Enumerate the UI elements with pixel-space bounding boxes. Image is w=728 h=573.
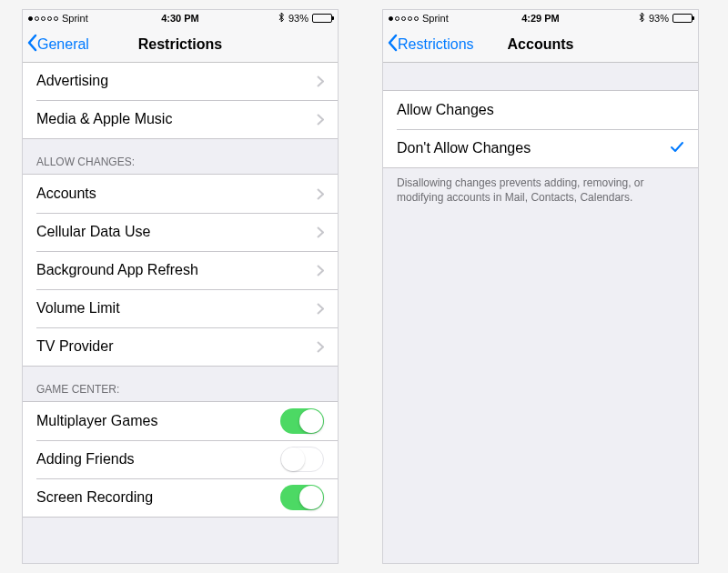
status-bar: Sprint 4:29 PM 93% [383,10,698,26]
row-screen-recording: Screen Recording [23,478,338,517]
row-allow-changes[interactable]: Allow Changes [383,91,698,129]
back-label: General [37,36,89,53]
carrier-label: Sprint [422,13,449,24]
back-button[interactable]: General [23,34,89,55]
section-header-allow-changes: ALLOW CHANGES: [23,139,338,174]
signal-dots-icon [389,16,419,21]
row-label: Volume Limit [36,300,120,317]
row-label: Screen Recording [36,489,153,506]
group-account-options: Allow Changes Don't Allow Changes [383,90,698,168]
nav-bar: General Restrictions [23,26,338,63]
row-label: Background App Refresh [36,262,198,278]
bluetooth-icon [278,12,285,25]
row-volume-limit[interactable]: Volume Limit [23,289,338,327]
phone-right: Sprint 4:29 PM 93% Restrictions Accounts… [382,9,699,564]
back-label: Restrictions [398,36,474,53]
chevron-right-icon [317,114,324,126]
toggle-adding-friends[interactable] [280,447,324,472]
phone-left: Sprint 4:30 PM 93% General Restrictions … [22,9,339,564]
nav-bar: Restrictions Accounts [383,26,698,63]
row-label: Don't Allow Changes [397,140,531,156]
chevron-left-icon [387,34,398,55]
battery-pct-label: 93% [649,13,669,24]
row-tv-provider[interactable]: TV Provider [23,327,338,366]
chevron-right-icon [317,303,324,315]
row-multiplayer-games: Multiplayer Games [23,402,338,440]
row-label: Cellular Data Use [36,224,150,240]
chevron-left-icon [26,34,37,55]
section-footer: Disallowing changes prevents adding, rem… [383,168,698,212]
row-label: Multiplayer Games [36,413,157,429]
chevron-right-icon [317,188,324,200]
row-accounts[interactable]: Accounts [23,175,338,213]
section-header-game-center: GAME CENTER: [23,367,338,401]
row-label: Accounts [36,186,96,202]
chevron-right-icon [317,226,324,238]
chevron-right-icon [317,265,324,276]
row-label: Advertising [36,73,108,89]
group-privacy: Advertising Media & Apple Music [23,63,338,139]
row-label: Allow Changes [397,102,494,118]
status-bar: Sprint 4:30 PM 93% [23,10,338,26]
signal-dots-icon [28,16,58,21]
chevron-right-icon [317,341,324,353]
row-adding-friends: Adding Friends [23,440,338,478]
row-advertising[interactable]: Advertising [23,63,338,100]
settings-content[interactable]: Allow Changes Don't Allow Changes Disall… [383,63,698,563]
check-icon [670,139,684,158]
battery-icon [312,14,332,23]
settings-content[interactable]: Advertising Media & Apple Music ALLOW CH… [23,63,338,563]
row-dont-allow-changes[interactable]: Don't Allow Changes [383,129,698,167]
row-label: Media & Apple Music [36,111,172,127]
row-cellular-data-use[interactable]: Cellular Data Use [23,213,338,251]
row-label: Adding Friends [36,451,135,467]
chevron-right-icon [317,75,324,87]
carrier-label: Sprint [62,13,88,24]
row-media-apple-music[interactable]: Media & Apple Music [23,100,338,138]
battery-icon [672,14,693,23]
bluetooth-icon [639,12,645,25]
battery-pct-label: 93% [288,13,308,24]
toggle-multiplayer-games[interactable] [280,408,324,434]
back-button[interactable]: Restrictions [383,34,474,55]
group-allow-changes: Accounts Cellular Data Use Background Ap… [23,174,338,367]
toggle-screen-recording[interactable] [280,485,324,510]
row-label: TV Provider [36,338,113,355]
group-game-center: Multiplayer Games Adding Friends Screen … [23,401,338,518]
row-background-app-refresh[interactable]: Background App Refresh [23,251,338,289]
